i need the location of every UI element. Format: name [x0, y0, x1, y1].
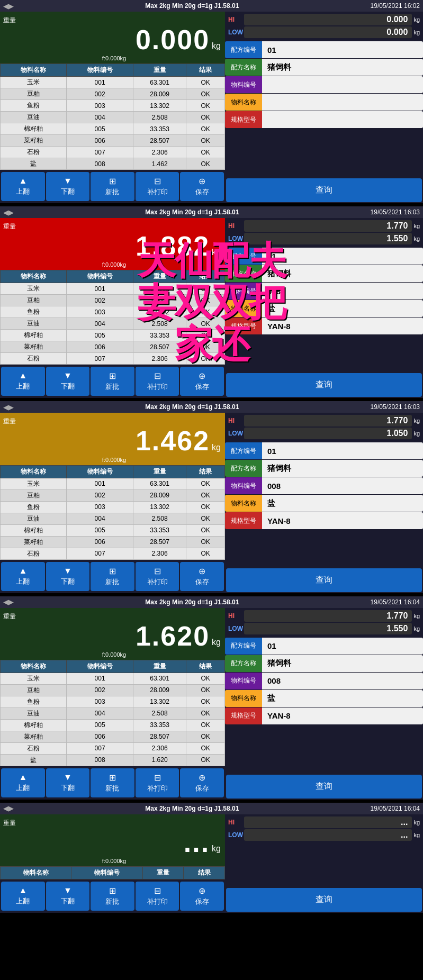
info-label: 配方名称 [225, 265, 262, 282]
btn-上翻[interactable]: ▲上翻 [1, 882, 45, 911]
btn-label: 补打印 [147, 897, 168, 906]
table-cell: 玉米 [1, 478, 67, 489]
table-cell: 002 [67, 489, 133, 501]
btn-新批[interactable]: ⊞新批 [91, 768, 134, 797]
table-cell: 菜籽粕 [1, 536, 67, 548]
info-row: 物料编号 008 [225, 673, 423, 689]
btn-下翻[interactable]: ▼下翻 [46, 172, 90, 201]
table-cell: OK [186, 501, 225, 513]
info-value: 01 [262, 41, 423, 58]
btn-补打印[interactable]: ⊟补打印 [136, 367, 179, 396]
btn-下翻[interactable]: ▼下翻 [46, 768, 90, 797]
low-value: 1.050 [244, 428, 412, 439]
table-cell: 13.302 [133, 100, 186, 112]
info-row: 物料编号 008 [225, 283, 423, 300]
btn-保存[interactable]: ⊕保存 [180, 882, 224, 911]
btn-新批[interactable]: ⊞新批 [91, 562, 134, 591]
btn-补打印[interactable]: ⊟补打印 [136, 882, 179, 911]
btn-上翻[interactable]: ▲上翻 [1, 172, 45, 201]
low-value: 1.550 [244, 623, 412, 634]
btn-下翻[interactable]: ▼下翻 [46, 367, 90, 396]
low-label: LOW [228, 625, 244, 632]
info-row: 配方编号 01 [225, 248, 423, 265]
table-cell: 石粉 [1, 147, 67, 158]
table-cell: 002 [67, 88, 133, 100]
info-label: 物料名称 [225, 300, 262, 317]
query-button[interactable]: 查询 [226, 775, 422, 798]
hi-unit: kg [413, 613, 420, 619]
btn-保存[interactable]: ⊕保存 [180, 562, 224, 591]
btn-下翻[interactable]: ▼下翻 [46, 562, 90, 591]
zero-label: f:0.000kg [0, 261, 225, 268]
weight-unit: kg [212, 638, 221, 647]
btn-icon: ⊟ [154, 886, 161, 896]
query-button[interactable]: 查询 [226, 888, 422, 912]
btn-下翻[interactable]: ▼下翻 [46, 882, 90, 911]
table-cell: OK [186, 731, 225, 742]
table-cell: OK [186, 478, 225, 489]
table-row: 鱼粉00313.302OK [1, 501, 225, 513]
info-label: 配方编号 [225, 41, 262, 58]
status-bar: ◀▶ Max 2kg Min 20g d=1g J1.58.01 19/05/2… [0, 803, 423, 814]
table-row: 棉籽粕00533.353OK [1, 719, 225, 731]
table-cell: OK [186, 513, 225, 524]
btn-保存[interactable]: ⊕保存 [180, 367, 224, 396]
info-row: 物料编号 [225, 76, 423, 93]
btn-label: 上翻 [16, 187, 30, 196]
status-left: ◀▶ [3, 804, 14, 812]
btn-label: 新批 [105, 784, 119, 793]
table-cell: OK [186, 147, 225, 158]
hi-unit: kg [413, 418, 420, 424]
btn-上翻[interactable]: ▲上翻 [1, 768, 45, 797]
info-label: 物料名称 [225, 94, 262, 111]
info-row: 配方名称 猪饲料 [225, 59, 423, 76]
table-row: 石粉0072.306OK [1, 147, 225, 158]
table-row: 玉米00163.301OK [1, 673, 225, 684]
table-cell: 008 [67, 158, 133, 170]
panel-panel1: ◀▶ Max 2kg Min 20g d=1g J1.58.01 19/05/2… [0, 0, 423, 203]
status-center: Max 2kg Min 20g d=1g J1.58.01 [145, 598, 239, 606]
btn-上翻[interactable]: ▲上翻 [1, 367, 45, 396]
table-row: 鱼粉00313.302OK [1, 306, 225, 318]
info-rows: 配方编号 01 配方名称 猪饲料 物料编号 008 物料名称 盐 规格型号 YA… [225, 248, 423, 372]
query-button[interactable]: 查询 [226, 568, 422, 592]
btn-保存[interactable]: ⊕保存 [180, 768, 224, 797]
btn-新批[interactable]: ⊞新批 [91, 172, 134, 201]
panel-panel2: ◀▶ Max 2kg Min 20g d=1g J1.58.01 19/05/2… [0, 206, 423, 398]
query-button[interactable]: 查询 [226, 178, 422, 202]
weight-top-label: 重量 [0, 612, 16, 621]
table-cell: 2.306 [133, 742, 186, 754]
btn-新批[interactable]: ⊞新批 [91, 367, 134, 396]
low-label: LOW [228, 430, 244, 437]
table-row: 玉米00163.301OK [1, 283, 225, 295]
table-cell: 006 [67, 731, 133, 742]
btn-补打印[interactable]: ⊟补打印 [136, 562, 179, 591]
info-value: YAN-8 [262, 707, 423, 724]
table-row: 棉籽粕00533.353OK [1, 123, 225, 135]
btn-上翻[interactable]: ▲上翻 [1, 562, 45, 591]
table-row: 菜籽粕00628.507OK [1, 341, 225, 353]
table-cell: OK [186, 318, 225, 330]
btn-新批[interactable]: ⊞新批 [91, 882, 134, 911]
info-row: 规格型号 YAN-8 [225, 707, 423, 724]
btn-保存[interactable]: ⊕保存 [180, 172, 224, 201]
right-panel: HI ... kg LOW ... kg 查询 [225, 814, 423, 913]
table-header: 物料编号 [67, 64, 133, 77]
table-header: 物料编号 [67, 660, 133, 673]
info-value: 01 [262, 638, 423, 655]
hi-value: 1.770 [244, 415, 412, 427]
query-button[interactable]: 查询 [226, 373, 422, 397]
btn-label: 保存 [195, 187, 209, 197]
btn-补打印[interactable]: ⊟补打印 [136, 172, 179, 201]
table-header: 物料编号 [67, 465, 133, 478]
btn-label: 下翻 [61, 783, 75, 793]
table-cell: 63.301 [133, 478, 186, 489]
table-header: 物料名称 [1, 64, 67, 77]
btn-补打印[interactable]: ⊟补打印 [136, 768, 179, 797]
table-cell: 玉米 [1, 283, 67, 295]
table-header: 物料编号 [71, 866, 142, 879]
info-row: 物料名称 盐 [225, 690, 423, 707]
data-table: 物料名称物料编号重量结果玉米00163.301OK豆粕00228.009OK鱼粉… [0, 465, 225, 560]
hi-unit: kg [413, 819, 420, 825]
info-row: 配方编号 01 [225, 442, 423, 459]
